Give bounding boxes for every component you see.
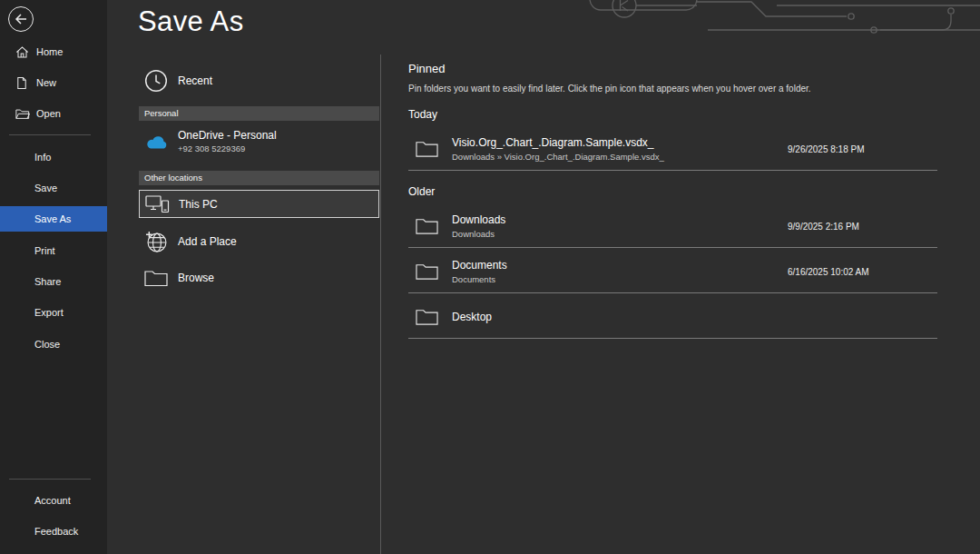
folder-icon — [416, 217, 439, 235]
backstage-sidebar: Home New Open Info Save Save As Print Sh… — [0, 0, 107, 554]
folder-name: Documents — [452, 259, 507, 272]
sidebar-item-label: Save — [34, 183, 57, 193]
sidebar-item-label: Feedback — [34, 526, 78, 537]
sidebar-divider — [9, 134, 91, 135]
folder-path: Downloads — [452, 229, 505, 240]
folder-date: 6/16/2025 10:02 AM — [788, 267, 869, 277]
new-document-icon — [15, 75, 30, 90]
this-pc-icon — [144, 194, 170, 213]
place-label: Browse — [178, 272, 214, 284]
sidebar-item-label: Open — [36, 108, 61, 119]
sidebar-item-label: Print — [34, 245, 55, 256]
folder-path: Documents — [452, 274, 507, 285]
panel-divider — [380, 54, 381, 554]
folder-row[interactable]: Desktop — [408, 296, 937, 339]
folder-row[interactable]: Downloads Downloads 9/9/2025 2:16 PM — [408, 205, 937, 248]
sidebar-item-home[interactable]: Home — [0, 39, 107, 64]
background-circuit-decoration — [572, 0, 980, 38]
folder-icon — [416, 308, 439, 326]
folder-row[interactable]: Documents Documents 6/16/2025 10:02 AM — [408, 251, 937, 293]
place-label: This PC — [179, 198, 218, 211]
home-icon — [15, 45, 30, 59]
sidebar-item-label: New — [36, 77, 56, 88]
sidebar-item-label: Export — [34, 307, 64, 318]
folder-name: Visio.Org_.Chart_.Diagram.Sample.vsdx_ — [452, 136, 664, 149]
sidebar-item-label: Share — [34, 276, 61, 287]
add-place-globe-icon — [143, 231, 169, 253]
place-onedrive[interactable]: OneDrive - Personal +92 308 5229369 — [139, 121, 379, 163]
page-title: Save As — [138, 5, 244, 38]
back-button[interactable] — [8, 6, 34, 32]
section-header-personal: Personal — [139, 106, 379, 121]
folder-date: 9/9/2025 2:16 PM — [788, 222, 859, 232]
folder-name: Desktop — [452, 311, 492, 323]
group-label-older: Older — [408, 185, 937, 198]
save-locations-panel: Recent Personal OneDrive - Personal +92 … — [139, 56, 379, 296]
open-folder-icon — [15, 106, 30, 121]
sidebar-item-label: Account — [34, 495, 71, 506]
pinned-heading: Pinned — [408, 62, 937, 75]
sidebar-item-open[interactable]: Open — [0, 101, 107, 126]
sidebar-item-share[interactable]: Share — [0, 269, 107, 294]
place-browse[interactable]: Browse — [139, 260, 379, 296]
onedrive-cloud-icon — [143, 134, 169, 150]
sidebar-item-new[interactable]: New — [0, 70, 107, 95]
sidebar-item-export[interactable]: Export — [0, 300, 107, 325]
folder-icon — [416, 262, 439, 281]
folder-date: 9/26/2025 8:18 PM — [788, 144, 865, 154]
folder-name: Downloads — [452, 213, 505, 226]
place-recent[interactable]: Recent — [139, 64, 379, 98]
folder-icon — [416, 140, 439, 158]
place-label: Recent — [178, 74, 212, 87]
browse-folder-icon — [143, 270, 169, 287]
sidebar-item-feedback[interactable]: Feedback — [0, 519, 107, 544]
place-title: OneDrive - Personal — [178, 129, 277, 142]
sidebar-item-label: Home — [36, 46, 63, 57]
section-header-other-locations: Other locations — [139, 171, 379, 185]
sidebar-item-label: Info — [34, 152, 51, 163]
sidebar-item-save[interactable]: Save — [0, 175, 107, 201]
folder-row[interactable]: Visio.Org_.Chart_.Diagram.Sample.vsdx_ D… — [408, 128, 937, 171]
place-label: Add a Place — [178, 235, 237, 248]
sidebar-item-close[interactable]: Close — [0, 331, 107, 357]
back-arrow-icon — [15, 14, 27, 25]
sidebar-item-label: Close — [34, 339, 60, 350]
sidebar-divider — [9, 479, 91, 480]
place-this-pc[interactable]: This PC — [139, 190, 379, 218]
group-label-today: Today — [408, 108, 937, 121]
place-subtitle: +92 308 5229369 — [178, 143, 277, 154]
sidebar-item-account[interactable]: Account — [0, 488, 107, 513]
place-add-a-place[interactable]: Add a Place — [139, 223, 379, 260]
sidebar-item-print[interactable]: Print — [0, 238, 107, 263]
folder-path: Downloads » Visio.Org_.Chart_.Diagram.Sa… — [452, 152, 664, 163]
pinned-description: Pin folders you want to easily find late… — [408, 84, 937, 94]
clock-icon — [143, 69, 169, 93]
sidebar-item-label: Save As — [34, 213, 71, 224]
sidebar-item-save-as[interactable]: Save As — [0, 206, 107, 232]
sidebar-item-info[interactable]: Info — [0, 144, 107, 170]
pinned-folders-panel: Pinned Pin folders you want to easily fi… — [408, 56, 937, 339]
